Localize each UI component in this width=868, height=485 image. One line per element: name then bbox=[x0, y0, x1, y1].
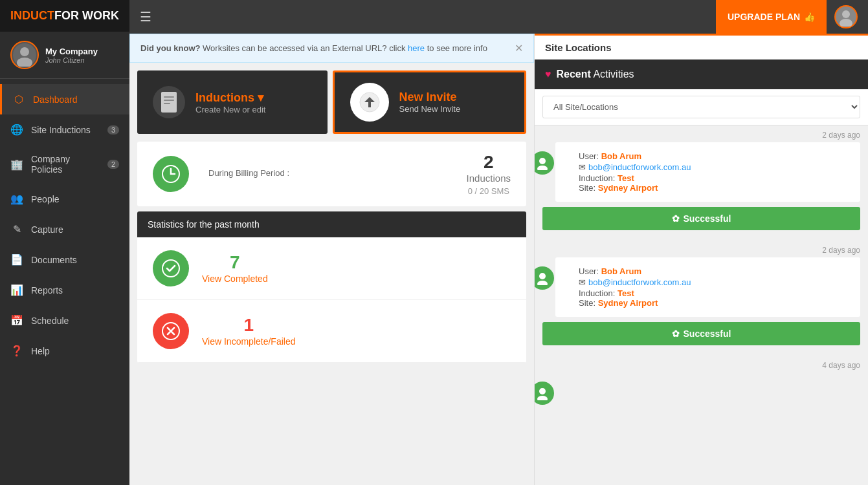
recent-activities-header: ♥ Recent Activities bbox=[535, 59, 868, 89]
site-link-1[interactable]: Sydney Airport bbox=[598, 183, 658, 193]
view-incomplete-link[interactable]: View Incomplete/Failed bbox=[202, 336, 295, 347]
profile-company: My Company bbox=[45, 47, 98, 56]
activity-group-1: 2 days ago User: Bob Arum ✉ bbox=[535, 125, 868, 241]
upgrade-label: UPGRADE PLAN bbox=[728, 12, 800, 22]
profile-avatar bbox=[10, 41, 39, 69]
close-banner-button[interactable]: ✕ bbox=[515, 42, 523, 54]
sidebar-item-label: Company Policies bbox=[31, 154, 100, 175]
svg-point-22 bbox=[537, 396, 548, 400]
sidebar-item-label: People bbox=[31, 194, 60, 204]
globe-icon: 🌐 bbox=[10, 124, 23, 136]
banner-body: Worksites can be accessed via an Externa… bbox=[203, 43, 408, 53]
sidebar-item-dashboard[interactable]: ⬡ Dashboard bbox=[0, 84, 129, 114]
hamburger-icon[interactable]: ☰ bbox=[140, 9, 151, 25]
document-icon: 📄 bbox=[10, 253, 23, 266]
svg-point-18 bbox=[537, 166, 548, 170]
reports-icon: 📊 bbox=[10, 284, 23, 296]
schedule-icon: 📅 bbox=[10, 314, 23, 327]
stats-section: During Billing Period : 2 Inductions 0 /… bbox=[129, 142, 534, 371]
activity-card-2: User: Bob Arum ✉ bob@inductforwork.com.a… bbox=[555, 257, 860, 317]
sidebar-nav: ⬡ Dashboard 🌐 Site Inductions 3 🏢 Compan… bbox=[0, 79, 129, 485]
activity-avatar-2 bbox=[534, 266, 554, 290]
new-invite-subtitle: Send New Invite bbox=[399, 104, 461, 114]
svg-rect-8 bbox=[164, 100, 174, 101]
sidebar-profile: My Company John Citizen bbox=[0, 32, 129, 79]
action-cards: Inductions ▾ Create New or edit New Invi… bbox=[129, 63, 534, 142]
inductions-card[interactable]: Inductions ▾ Create New or edit bbox=[137, 70, 328, 134]
completed-icon bbox=[153, 250, 189, 286]
activity-content-2: User: Bob Arum ✉ bob@inductforwork.com.a… bbox=[579, 266, 691, 308]
activity-avatar-1 bbox=[534, 151, 554, 175]
upgrade-plan-button[interactable]: UPGRADE PLAN 👍 bbox=[716, 0, 827, 34]
email-link-2[interactable]: bob@inductforwork.com.au bbox=[588, 277, 691, 287]
billing-count: 2 bbox=[467, 152, 511, 173]
sidebar-item-reports[interactable]: 📊 Reports bbox=[0, 275, 129, 305]
banner-link[interactable]: here bbox=[408, 43, 425, 53]
completed-stat-row: 7 View Completed bbox=[137, 237, 526, 300]
induction-label-1: Induction: bbox=[579, 173, 618, 183]
body-area: Did you know? Worksites can be accessed … bbox=[129, 34, 868, 485]
user-link-2[interactable]: Bob Arum bbox=[601, 266, 641, 276]
failed-icon bbox=[153, 313, 189, 349]
success-button-1[interactable]: ✿ Successful bbox=[542, 207, 860, 230]
billing-info: During Billing Period : bbox=[208, 168, 447, 180]
svg-point-20 bbox=[537, 281, 548, 285]
sidebar-item-capture[interactable]: ✎ Capture bbox=[0, 214, 129, 244]
sidebar-item-documents[interactable]: 📄 Documents bbox=[0, 244, 129, 275]
svg-rect-6 bbox=[161, 92, 177, 113]
site-locations-bar: Site Locations bbox=[535, 34, 868, 59]
induction-row-1: Induction: Test bbox=[579, 173, 691, 183]
sidebar-item-schedule[interactable]: 📅 Schedule bbox=[0, 305, 129, 336]
inductions-text: Inductions ▾ Create New or edit bbox=[195, 91, 265, 114]
sidebar-item-help[interactable]: ❓ Help bbox=[0, 336, 129, 366]
sidebar-item-people[interactable]: 👥 People bbox=[0, 184, 129, 214]
view-completed-link[interactable]: View Completed bbox=[202, 274, 268, 284]
inductions-title: Inductions ▾ bbox=[195, 91, 265, 105]
topbar-avatar[interactable] bbox=[834, 5, 858, 28]
new-invite-card[interactable]: New Invite Send New Invite bbox=[333, 70, 527, 134]
site-locations-title: Site Locations bbox=[545, 42, 612, 53]
site-location-filter[interactable]: All Site/Locations Sydney Airport Melbou… bbox=[542, 96, 860, 118]
heart-icon: ♥ bbox=[545, 69, 551, 80]
activity-user-row-2: User: Bob Arum bbox=[579, 266, 691, 276]
dashboard-icon: ⬡ bbox=[12, 93, 25, 105]
activity-time-3: 4 days ago bbox=[542, 361, 860, 370]
svg-point-1 bbox=[20, 47, 29, 56]
email-row-1: ✉ bob@inductforwork.com.au bbox=[579, 162, 691, 172]
recent-title: Recent Activities bbox=[557, 69, 634, 80]
help-icon: ❓ bbox=[10, 345, 23, 357]
site-label-1: Site: bbox=[579, 183, 598, 193]
site-link-2[interactable]: Sydney Airport bbox=[598, 298, 658, 308]
invite-text: New Invite Send New Invite bbox=[399, 91, 461, 114]
svg-point-21 bbox=[539, 388, 546, 394]
induction-link-1[interactable]: Test bbox=[618, 173, 634, 183]
activity-avatar-3 bbox=[534, 382, 554, 405]
sidebar: INDUCTFOR WORK My Company John Citizen ⬡… bbox=[0, 0, 129, 485]
email-link-1[interactable]: bob@inductforwork.com.au bbox=[588, 162, 691, 172]
logo-text: INDUCTFOR WORK bbox=[10, 9, 119, 23]
capture-icon: ✎ bbox=[10, 223, 23, 235]
left-panel: Did you know? Worksites can be accessed … bbox=[129, 34, 534, 485]
people-icon: 👥 bbox=[10, 193, 23, 205]
activity-group-3: 4 days ago bbox=[535, 356, 868, 378]
svg-point-19 bbox=[539, 273, 546, 279]
failed-stat-row: 1 View Incomplete/Failed bbox=[137, 300, 526, 363]
inductions-subtitle: Create New or edit bbox=[195, 105, 265, 114]
company-policies-badge: 2 bbox=[107, 160, 119, 169]
success-button-2[interactable]: ✿ Successful bbox=[542, 322, 860, 345]
activity-time-1: 2 days ago bbox=[542, 131, 860, 140]
user-link-1[interactable]: Bob Arum bbox=[601, 151, 641, 161]
completed-stat-info: 7 View Completed bbox=[202, 252, 268, 285]
sidebar-item-company-policies[interactable]: 🏢 Company Policies 2 bbox=[0, 145, 129, 184]
activity-user-row-1: User: Bob Arum bbox=[579, 151, 691, 161]
success-star-icon-2: ✿ bbox=[672, 329, 680, 339]
sidebar-item-site-inductions[interactable]: 🌐 Site Inductions 3 bbox=[0, 114, 129, 145]
topbar: ☰ UPGRADE PLAN 👍 bbox=[129, 0, 868, 34]
induction-link-2[interactable]: Test bbox=[618, 288, 634, 298]
stats-month-header: Statistics for the past month bbox=[137, 211, 526, 237]
failed-stat-info: 1 View Incomplete/Failed bbox=[202, 315, 295, 347]
sidebar-item-label: Dashboard bbox=[33, 94, 78, 105]
billing-period-label: During Billing Period : bbox=[208, 168, 447, 178]
billing-inductions-label: Inductions bbox=[467, 173, 511, 184]
email-icon-1: ✉ bbox=[579, 162, 586, 172]
